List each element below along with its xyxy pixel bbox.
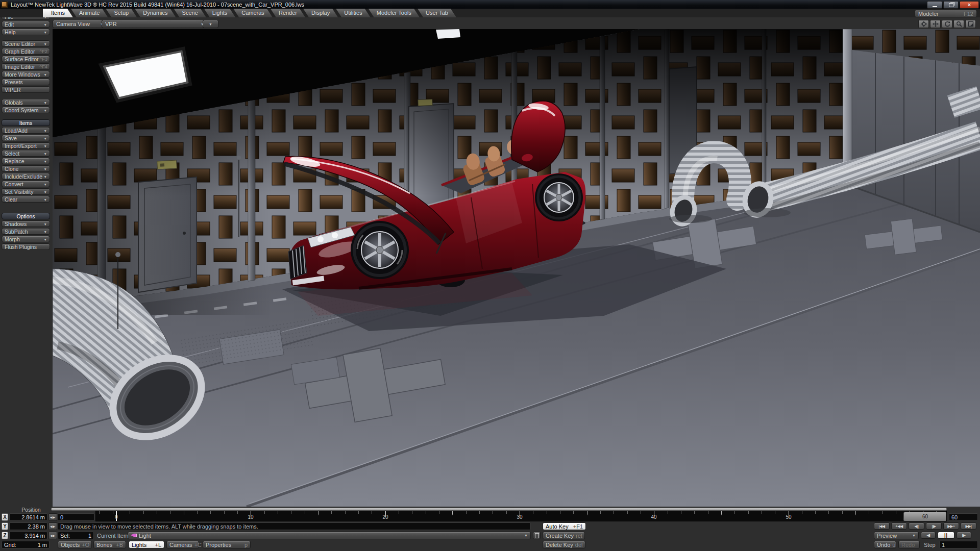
globals-button[interactable]: Globals▼: [2, 99, 50, 106]
presets-button[interactable]: Presets: [2, 79, 50, 85]
cameras-mode-button[interactable]: Cameras+C: [166, 541, 199, 548]
title-bar[interactable]: Layout™ NewTek LightWave 3D ® HC Rev 201…: [0, 0, 980, 9]
axis-x-chip[interactable]: X: [2, 513, 8, 521]
z-stepper[interactable]: ◀▶: [48, 532, 57, 539]
tab-cameras[interactable]: Cameras: [233, 9, 273, 17]
more-windows-button[interactable]: More Windows▼: [2, 71, 50, 78]
tab-items[interactable]: Items: [43, 9, 73, 17]
graph-editor-button[interactable]: Graph Editor^F2: [2, 48, 50, 55]
chevron-down-icon: ▼: [910, 534, 916, 537]
tab-scene[interactable]: Scene: [174, 9, 206, 17]
objects-mode-button[interactable]: Objects+O: [58, 541, 92, 548]
window-title: Layout™ NewTek LightWave 3D ® HC Rev 201…: [11, 2, 304, 8]
step-back-button[interactable]: ◀||: [909, 522, 924, 530]
shadows-button[interactable]: Shadows▼: [2, 220, 50, 227]
stepper-icon: ◀▶: [50, 534, 56, 537]
clear-button[interactable]: Clear▼: [2, 196, 50, 203]
image-editor-button[interactable]: Image Editor^F4: [2, 63, 50, 70]
x-stepper[interactable]: ◀▶: [48, 513, 57, 521]
viper-button[interactable]: VIPER: [2, 86, 50, 93]
close-button[interactable]: ×: [960, 1, 979, 9]
step-field[interactable]: 1: [939, 541, 978, 548]
timeline-ruler[interactable]: 0 10 20 30 40 50 60: [95, 511, 947, 521]
rotate-view-icon[interactable]: [942, 20, 952, 28]
tab-modeler-tools[interactable]: Modeler Tools: [369, 9, 420, 17]
load-add-button[interactable]: Load/Add▼: [2, 127, 50, 134]
chevron-down-icon: ▼: [44, 144, 47, 148]
step-forward-button[interactable]: ||▶: [926, 522, 942, 530]
lights-mode-button[interactable]: Lights+L: [129, 541, 164, 548]
current-item-dropdown[interactable]: Light ▼: [128, 532, 531, 539]
include-exclude-button[interactable]: Include/Exclude▼: [2, 173, 50, 180]
play-reverse-button[interactable]: ◀: [921, 532, 936, 539]
clone-button[interactable]: Clone▼: [2, 165, 50, 172]
tab-utilities[interactable]: Utilities: [336, 9, 370, 17]
axis-z-chip[interactable]: Z: [2, 532, 8, 539]
properties-button[interactable]: Propertiesp: [203, 541, 251, 548]
tab-render[interactable]: Render: [271, 9, 305, 17]
tab-setup[interactable]: Setup: [106, 9, 137, 17]
zoom-view-icon[interactable]: [953, 20, 964, 28]
scene-editor-button[interactable]: Scene Editor▼: [2, 40, 50, 47]
save-button[interactable]: Save▼: [2, 135, 50, 141]
item-visibility-button[interactable]: [533, 532, 541, 539]
viewport-options-dropdown[interactable]: ▼: [203, 20, 218, 28]
tab-user-tab[interactable]: User Tab: [418, 9, 456, 17]
y-stepper[interactable]: ◀▶: [48, 522, 57, 530]
next-key-button[interactable]: ▶▶+: [943, 522, 959, 530]
subpatch-button[interactable]: SubPatch▼: [2, 228, 50, 235]
view-mode-dropdown[interactable]: Camera View▼: [53, 20, 107, 28]
help-menu[interactable]: Help▼: [2, 29, 50, 35]
current-frame-field[interactable]: 0: [58, 513, 94, 521]
convert-button[interactable]: Convert▼: [2, 181, 50, 187]
ruler-label: 50: [786, 514, 791, 520]
redo-button[interactable]: Redo: [898, 541, 920, 548]
set-visibility-button[interactable]: Set Visibility▼: [2, 188, 50, 195]
end-frame-field[interactable]: 60: [949, 513, 978, 521]
auto-key-button[interactable]: Auto Key+F1: [543, 522, 586, 530]
maximize-viewport-icon[interactable]: [965, 20, 976, 28]
stepper-icon: ◀▶: [50, 515, 56, 519]
tab-dynamics[interactable]: Dynamics: [135, 9, 176, 17]
tab-animate[interactable]: Animate: [71, 9, 108, 17]
modeler-button[interactable]: Modeler F12: [915, 10, 977, 17]
morph-button[interactable]: Morph▼: [2, 236, 50, 242]
item-box-icon: [535, 533, 539, 538]
move-view-icon[interactable]: [930, 20, 941, 28]
render-mode-dropdown[interactable]: VPR▼: [102, 20, 208, 28]
axis-y-chip[interactable]: Y: [2, 522, 8, 530]
pause-button[interactable]: ||: [938, 532, 954, 539]
surface-editor-button[interactable]: Surface Editor^F3: [2, 56, 50, 62]
chevron-down-icon: ▼: [522, 534, 528, 537]
minimize-button[interactable]: [927, 1, 942, 9]
edit-menu[interactable]: Edit▼: [2, 21, 50, 28]
create-key-button[interactable]: Create Keyret: [543, 532, 585, 539]
go-end-button[interactable]: ▶▶|: [961, 522, 976, 530]
preview-dropdown[interactable]: Preview▼: [874, 532, 919, 539]
x-value-field[interactable]: 2.8614 m: [9, 513, 47, 521]
bones-mode-button[interactable]: Bones+B: [93, 541, 126, 548]
z-value-field[interactable]: 3.914 m: [9, 532, 47, 539]
restore-button[interactable]: [943, 1, 959, 9]
undo-button[interactable]: Undou: [874, 541, 896, 548]
tab-lights[interactable]: Lights: [204, 9, 235, 17]
chevron-down-icon: ▼: [44, 101, 47, 105]
items-section-header: Items: [2, 119, 50, 126]
play-button[interactable]: ▶: [957, 532, 971, 539]
delete-key-button[interactable]: Delete Keydel: [543, 541, 585, 548]
replace-button[interactable]: Replace▼: [2, 158, 50, 164]
position-label: Position: [15, 507, 47, 513]
viewport[interactable]: [53, 29, 980, 507]
center-item-icon[interactable]: [918, 20, 929, 28]
restore-icon: [949, 3, 953, 7]
coord-system-button[interactable]: Coord System▼: [2, 107, 50, 113]
select-button[interactable]: Select▼: [2, 150, 50, 157]
y-value-field[interactable]: 2.38 m: [9, 522, 47, 530]
prev-key-button[interactable]: +◀◀: [891, 522, 907, 530]
tab-display[interactable]: Display: [303, 9, 338, 17]
flush-plugins-button[interactable]: Flush Plugins: [2, 243, 50, 250]
timeline-end-handle[interactable]: 60: [903, 512, 947, 521]
go-start-button[interactable]: |◀◀: [874, 522, 890, 530]
ceiling-light-panel[interactable]: [436, 29, 460, 39]
import-export-button[interactable]: Import/Export▼: [2, 142, 50, 149]
